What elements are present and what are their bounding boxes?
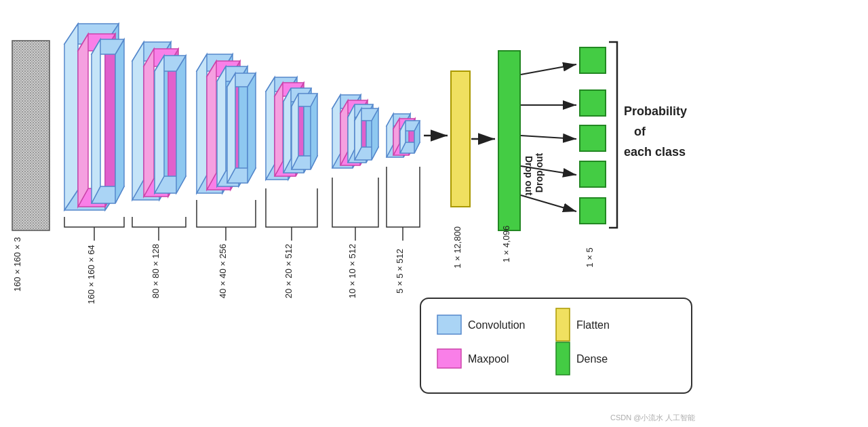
svg-line-94 (521, 64, 576, 75)
svg-text:Drop out: Drop out (524, 156, 534, 196)
svg-marker-9 (105, 34, 115, 207)
legend-maxpool-label: Maxpool (468, 353, 509, 365)
svg-marker-25 (176, 56, 186, 193)
svg-rect-92 (498, 51, 520, 230)
dim-output: 1 × 5 (585, 247, 595, 267)
prob-label-line1: Probability (624, 104, 687, 118)
dim-conv5: 10 × 10 × 512 (347, 244, 357, 298)
svg-marker-13 (115, 39, 124, 203)
legend-conv-label: Convolution (468, 319, 526, 331)
svg-marker-11 (78, 34, 88, 207)
svg-rect-111 (437, 315, 461, 334)
dim-flatten-pre: 5 × 5 × 512 (395, 249, 405, 293)
svg-rect-101 (580, 125, 606, 151)
svg-rect-113 (437, 349, 461, 368)
dim-conv3: 40 × 40 × 256 (218, 244, 228, 298)
svg-marker-39 (217, 66, 226, 186)
main-container: Drop out 160 × 160 × 3 160 × 160 × 64 80… (0, 0, 868, 427)
svg-marker-43 (227, 73, 235, 183)
diagram: Drop out 160 × 160 × 3 160 × 160 × 64 80… (0, 0, 868, 427)
dim-conv2: 80 × 80 × 128 (151, 244, 161, 298)
prob-label-line2: of (634, 125, 646, 138)
svg-marker-15 (92, 39, 100, 203)
svg-marker-47 (266, 77, 275, 180)
svg-marker-27 (155, 56, 164, 193)
watermark: CSDN @小流水 人工智能 (610, 413, 695, 422)
svg-rect-102 (580, 161, 606, 187)
dim-conv4: 20 × 20 × 512 (283, 244, 294, 298)
legend-flatten-label: Flatten (576, 319, 610, 331)
legend-dense-label: Dense (576, 353, 608, 365)
svg-rect-114 (556, 342, 570, 375)
svg-marker-55 (283, 88, 291, 173)
svg-marker-51 (275, 83, 283, 176)
prob-label-line3: each class (624, 145, 686, 159)
dim-flatten: 1 × 12,800 (452, 226, 462, 268)
dim-input: 160 × 160 × 3 (12, 237, 22, 291)
svg-marker-23 (144, 49, 154, 197)
dim-conv1: 160 × 160 × 64 (86, 245, 96, 304)
dropout-label: Drop out (534, 153, 545, 193)
svg-marker-31 (197, 54, 207, 193)
svg-marker-35 (207, 61, 216, 190)
svg-rect-103 (580, 198, 606, 224)
svg-rect-99 (580, 47, 606, 73)
svg-line-96 (521, 136, 576, 139)
svg-marker-59 (292, 94, 298, 169)
svg-rect-3 (12, 41, 50, 230)
svg-marker-19 (132, 42, 144, 200)
svg-rect-90 (451, 71, 470, 207)
svg-rect-112 (556, 308, 570, 341)
dim-dense: 1 × 4,096 (501, 226, 511, 263)
svg-rect-100 (580, 90, 606, 116)
svg-line-98 (521, 195, 576, 211)
svg-marker-7 (64, 24, 78, 210)
svg-marker-41 (248, 73, 256, 183)
